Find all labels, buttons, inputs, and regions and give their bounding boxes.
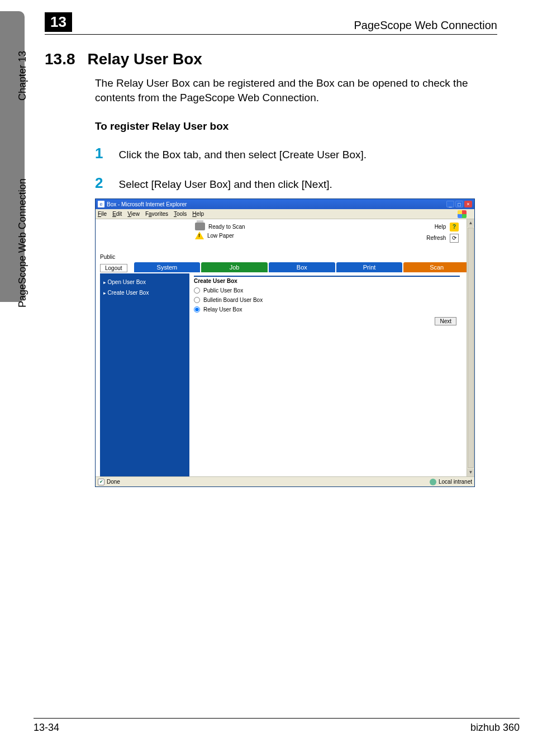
close-button[interactable]: × — [464, 201, 472, 207]
radio-public-input[interactable] — [194, 287, 200, 294]
help-icon[interactable]: ? — [450, 223, 459, 231]
ie-app-icon: e — [98, 201, 104, 207]
footer-page-number: 13-34 — [34, 722, 59, 734]
intranet-icon — [430, 479, 436, 485]
status-pane: Ready to Scan Low Paper Help ? Refresh ⟳ — [100, 223, 470, 245]
statusbar-zone: Local intranet — [430, 479, 472, 485]
page-title: PageScope Web Connection — [354, 19, 497, 32]
sidebar: Open User Box Create User Box — [100, 273, 189, 476]
minimize-button[interactable]: _ — [446, 201, 454, 207]
main-area: Open User Box Create User Box Create Use… — [100, 273, 470, 476]
logout-button[interactable]: Logout — [100, 264, 127, 272]
step-1-number: 1 — [95, 145, 103, 162]
radio-relay-label: Relay User Box — [203, 306, 242, 313]
refresh-icon[interactable]: ⟳ — [450, 234, 459, 243]
tab-row: Logout System Job Box Print Scan — [100, 262, 470, 272]
warning-icon — [195, 231, 204, 239]
page-footer: 13-34 bizhub 360 — [34, 718, 520, 734]
menu-help[interactable]: Help — [192, 211, 204, 217]
page-body: 13 PageScope Web Connection 13.8 Relay U… — [34, 0, 520, 756]
tab-system[interactable]: System — [134, 262, 201, 272]
radio-bulletin-input[interactable] — [194, 297, 200, 303]
radio-bulletin-user-box[interactable]: Bulletin Board User Box — [194, 297, 460, 303]
page-header: 13 PageScope Web Connection — [45, 12, 497, 35]
status-low-paper: Low Paper — [207, 233, 234, 239]
section-number: 13.8 — [45, 50, 75, 68]
side-chapter-label: Chapter 13 — [17, 51, 28, 101]
menu-favorites[interactable]: Favorites — [145, 211, 168, 217]
section-heading: 13.8 Relay User Box — [45, 50, 497, 68]
statusbar-done: Done — [107, 479, 120, 485]
menu-tools[interactable]: Tools — [174, 211, 187, 217]
menu-edit[interactable]: Edit — [112, 211, 122, 217]
tab-print[interactable]: Print — [336, 262, 403, 272]
step-2-number: 2 — [95, 174, 103, 192]
step-1-text: Click the Box tab, and then select [Crea… — [118, 149, 367, 161]
status-ready: Ready to Scan — [208, 224, 245, 230]
step-2-text: Select [Relay User Box] and then click [… — [118, 178, 332, 191]
side-tab: Chapter 13 PageScope Web Connection — [0, 11, 25, 302]
ie-title-text: Box - Microsoft Internet Explorer — [107, 201, 187, 207]
menu-view[interactable]: View — [127, 211, 140, 217]
radio-bulletin-label: Bulletin Board User Box — [203, 297, 263, 303]
ie-window: e Box - Microsoft Internet Explorer _ □ … — [95, 199, 475, 487]
sidebar-item-open-user-box[interactable]: Open User Box — [102, 277, 187, 287]
section-title: Relay User Box — [88, 50, 202, 68]
chapter-badge: 13 — [45, 12, 72, 32]
next-button[interactable]: Next — [435, 317, 456, 325]
menu-file[interactable]: File — [98, 211, 107, 217]
content-pane: Create User Box Public User Box Bulletin… — [189, 273, 470, 476]
maximize-button[interactable]: □ — [455, 201, 463, 207]
done-icon: ✔ — [98, 479, 104, 485]
footer-model: bizhub 360 — [470, 722, 520, 734]
step-1: 1 Click the Box tab, and then select [Cr… — [95, 145, 497, 162]
form-title: Create User Box — [194, 276, 460, 284]
ie-statusbar: ✔ Done Local intranet — [96, 476, 474, 486]
refresh-link[interactable]: Refresh — [426, 235, 446, 241]
sidebar-item-create-user-box[interactable]: Create User Box — [102, 287, 187, 298]
window-caption-buttons: _ □ × — [446, 201, 472, 207]
status-right: Help ? Refresh ⟳ — [426, 223, 470, 245]
section-intro: The Relay User Box can be registered and… — [95, 76, 497, 105]
windows-flag-icon — [458, 210, 467, 218]
side-section-label: PageScope Web Connection — [17, 178, 28, 308]
ie-content: ▲ ▼ Ready to Scan Low Paper — [96, 219, 474, 476]
tab-box[interactable]: Box — [269, 262, 335, 272]
radio-relay-input[interactable] — [194, 306, 200, 313]
ie-titlebar: e Box - Microsoft Internet Explorer _ □ … — [96, 199, 474, 209]
help-link[interactable]: Help — [435, 224, 446, 230]
scroll-up-icon[interactable]: ▲ — [467, 219, 474, 227]
radio-relay-user-box[interactable]: Relay User Box — [194, 306, 460, 313]
radio-public-user-box[interactable]: Public User Box — [194, 287, 460, 294]
printer-icon — [195, 223, 205, 230]
ie-menubar: File Edit View Favorites Tools Help — [96, 209, 474, 219]
statusbar-zone-text: Local intranet — [439, 479, 472, 485]
status-left: Ready to Scan Low Paper — [100, 223, 423, 240]
public-label: Public — [100, 254, 470, 260]
subheading: To register Relay User box — [95, 120, 497, 133]
tab-scan[interactable]: Scan — [403, 262, 470, 272]
radio-public-label: Public User Box — [203, 287, 243, 294]
step-2: 2 Select [Relay User Box] and then click… — [95, 174, 497, 192]
tab-job[interactable]: Job — [201, 262, 268, 272]
